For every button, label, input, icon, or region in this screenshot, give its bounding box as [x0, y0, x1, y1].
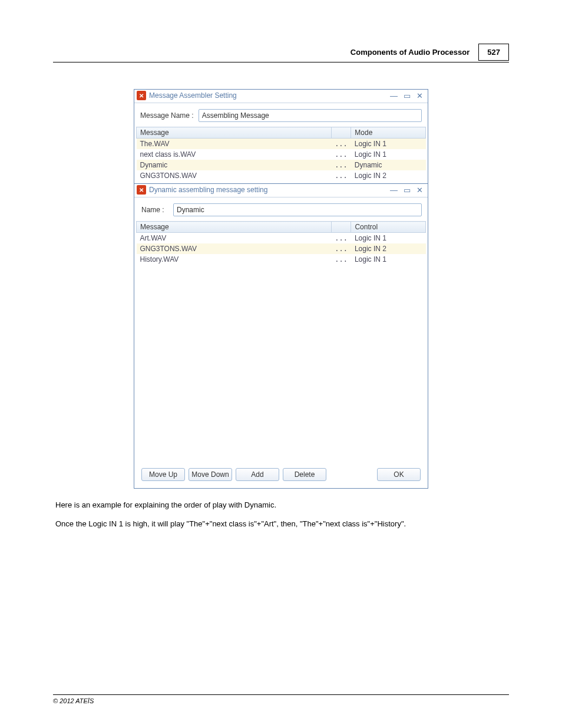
move-up-button[interactable]: Move Up [141, 468, 185, 481]
minimize-icon[interactable]: — [389, 186, 399, 195]
browse-button[interactable]: ... [331, 160, 351, 170]
table-row[interactable]: next class is.WAV ... Logic IN 1 [137, 149, 426, 160]
table-row[interactable]: Dynamic ... Dynamic [137, 160, 426, 170]
close-icon[interactable]: ✕ [415, 186, 424, 195]
window1-title: Message Assembler Setting [149, 91, 389, 100]
name-input[interactable] [173, 203, 422, 216]
message-name-label: Message Name : [140, 111, 194, 120]
table-row[interactable]: GNG3TONS.WAV ... Logic IN 2 [137, 170, 426, 181]
app-icon: ✕ [137, 185, 146, 195]
browse-button[interactable]: ... [331, 139, 351, 150]
dynamic-assembling-window: ✕ Dynamic assembling message setting — ▭… [134, 183, 428, 488]
control-table: Message Control Art.WAV ... Logic IN 1 G… [136, 221, 426, 265]
browse-button[interactable]: ... [331, 233, 351, 244]
paragraph-2: Once the Logic IN 1 is high, it will pla… [53, 518, 509, 530]
name-label: Name : [140, 206, 168, 214]
window2-title: Dynamic assembling message setting [149, 186, 389, 194]
col-mode: Mode [351, 127, 426, 139]
message-table: Message Mode The.WAV ... Logic IN 1 next… [136, 127, 426, 181]
minimize-icon[interactable]: — [389, 91, 399, 100]
close-icon[interactable]: ✕ [415, 91, 424, 100]
col-message: Message [137, 127, 332, 139]
maximize-icon[interactable]: ▭ [402, 91, 412, 100]
table-row[interactable]: The.WAV ... Logic IN 1 [137, 139, 426, 150]
message-assembler-window: ✕ Message Assembler Setting — ▭ ✕ Messag… [134, 89, 428, 489]
browse-button[interactable]: ... [331, 149, 351, 160]
table-row[interactable]: GNG3TONS.WAV ... Logic IN 2 [137, 243, 426, 254]
browse-button[interactable]: ... [331, 254, 351, 265]
paragraph-1: Here is an example for explaining the or… [53, 499, 509, 511]
maximize-icon[interactable]: ▭ [402, 186, 412, 195]
page-number: 527 [478, 44, 509, 61]
table-row[interactable]: Art.WAV ... Logic IN 1 [137, 233, 426, 244]
browse-button[interactable]: ... [331, 170, 351, 181]
add-button[interactable]: Add [236, 468, 279, 481]
footer-copyright: © 2012 ATEÏS [53, 694, 509, 704]
table-row[interactable]: History.WAV ... Logic IN 1 [137, 254, 426, 265]
col-message: Message [137, 222, 332, 233]
delete-button[interactable]: Delete [283, 468, 326, 481]
header-title: Components of Audio Processor [351, 48, 470, 57]
browse-button[interactable]: ... [331, 243, 351, 254]
ok-button[interactable]: OK [377, 468, 421, 481]
app-icon: ✕ [137, 91, 146, 100]
move-down-button[interactable]: Move Down [189, 468, 232, 481]
col-control: Control [351, 222, 426, 233]
message-name-input[interactable] [199, 109, 422, 122]
